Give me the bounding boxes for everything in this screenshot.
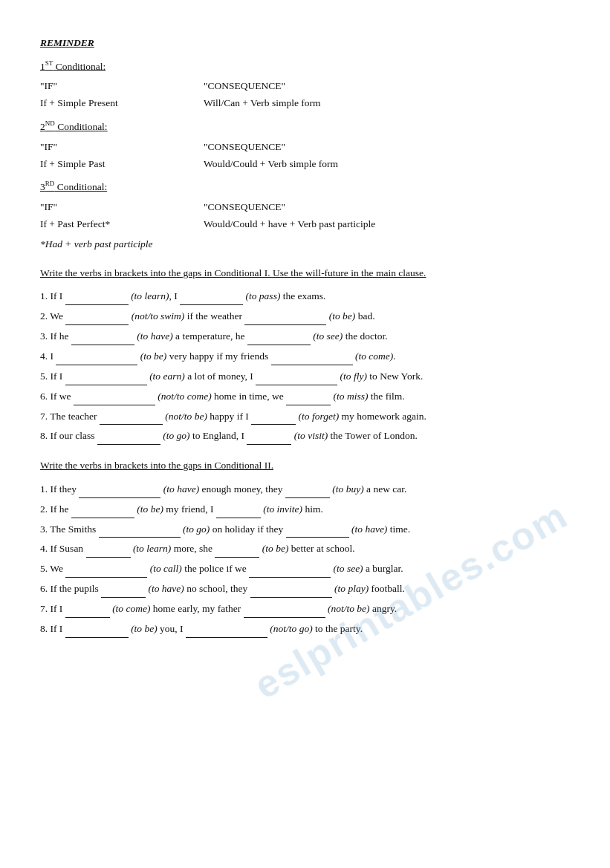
blank-field[interactable] — [286, 395, 331, 405]
sentence-text: the exams. — [280, 290, 325, 301]
item-num: 2. — [40, 503, 48, 515]
blank-field[interactable] — [180, 295, 243, 305]
sentence-text: him. — [302, 503, 323, 515]
blank-field[interactable] — [71, 335, 134, 345]
sentence-text: better at school. — [288, 543, 354, 554]
blank-field[interactable] — [79, 488, 160, 498]
verb-hint: (to miss) — [334, 391, 369, 402]
sentence-text: home in time, we — [212, 391, 286, 402]
list-item: 2. We (not/to swim) if the weather (to b… — [40, 308, 570, 325]
item-num: 3. — [40, 523, 48, 535]
verb-hint: (to invite) — [263, 503, 302, 515]
exercise1-section: Write the verbs in brackets into the gap… — [40, 266, 570, 446]
blank-field[interactable] — [65, 375, 147, 385]
blank-field[interactable] — [101, 587, 146, 598]
list-item: 4. If Susan (to learn) more, she (to be)… — [40, 541, 570, 558]
third-if-label: "IF" — [40, 200, 204, 215]
sentence-text: to England, I — [190, 430, 247, 441]
blank-field[interactable] — [100, 414, 163, 425]
verb-hint: (not/to go) — [270, 623, 312, 634]
item-num: 8. — [40, 430, 48, 441]
sentence-text: a new car. — [364, 483, 407, 495]
second-conditional-heading: 2ND Conditional: — [40, 119, 570, 134]
blank-field[interactable] — [247, 335, 311, 345]
third-consequence-desc: Would/Could + have + Verb past participl… — [204, 217, 570, 232]
verb-hint: (to go) — [183, 523, 210, 535]
verb-hint: (to have) — [163, 483, 199, 495]
list-item: 7. If I (to come) home early, my father … — [40, 601, 570, 618]
sentence-text: happy if I — [207, 411, 251, 422]
item-num: 1. — [40, 483, 48, 495]
sentence-text: If they — [51, 483, 80, 495]
blank-field[interactable] — [285, 488, 330, 498]
blank-field[interactable] — [249, 567, 331, 578]
first-if-label: "IF" — [40, 79, 204, 94]
verb-hint: (to go) — [163, 430, 189, 441]
first-conditional-heading: 1ST Conditional: — [40, 59, 570, 74]
sentence-text: angry. — [370, 603, 398, 614]
second-if-label: "IF" — [40, 140, 204, 155]
blank-field[interactable] — [216, 508, 261, 518]
sentence-text: time. — [387, 523, 410, 535]
item-num: 6. — [40, 391, 48, 402]
blank-field[interactable] — [65, 315, 129, 325]
verb-hint: (to see) — [334, 563, 363, 574]
sentence-text: the police if we — [182, 563, 249, 574]
blank-field[interactable] — [271, 355, 353, 365]
sentence-text: enough money, they — [199, 483, 285, 495]
blank-field[interactable] — [251, 414, 296, 425]
item-num: 6. — [40, 583, 48, 594]
blank-field[interactable] — [74, 395, 155, 405]
third-consequence-label: "CONSEQUENCE" — [204, 200, 570, 215]
sentence-text: very happy if my friends — [166, 350, 270, 362]
blank-field[interactable] — [186, 627, 267, 638]
verb-hint: (to be) — [137, 503, 163, 515]
sentence-text: a temperature, he — [173, 330, 247, 342]
blank-field[interactable] — [65, 607, 110, 618]
sentence-text: more, she — [171, 543, 215, 554]
verb-hint: (to earn) — [149, 371, 185, 382]
blank-field[interactable] — [65, 627, 129, 638]
blank-field[interactable] — [86, 547, 131, 558]
third-if-desc: If + Past Perfect* — [40, 217, 204, 232]
blank-field[interactable] — [56, 355, 137, 365]
sentence-text: you, I — [158, 623, 186, 634]
sentence-text: If I — [51, 603, 65, 614]
item-num: 7. — [40, 603, 48, 614]
sentence-text: the Tower of London. — [328, 430, 418, 441]
exercise1-instruction: Write the verbs in brackets into the gap… — [40, 266, 570, 281]
item-num: 7. — [40, 411, 48, 422]
blank-field[interactable] — [250, 587, 332, 598]
list-item: 7. The teacher (not/to be) happy if I (t… — [40, 408, 570, 425]
blank-field[interactable] — [215, 547, 259, 558]
third-conditional-note: *Had + verb past participle — [40, 237, 570, 252]
first-if-desc: If + Simple Present — [40, 96, 204, 111]
first-consequence-label: "CONSEQUENCE" — [204, 79, 570, 94]
verb-hint: (to call) — [150, 563, 182, 574]
second-conditional-if-row: "IF" "CONSEQUENCE" — [40, 140, 570, 155]
third-conditional-desc-row: If + Past Perfect* Would/Could + have + … — [40, 217, 570, 232]
verb-hint: (to be) — [329, 310, 356, 322]
list-item: 5. If I (to earn) a lot of money, I (to … — [40, 368, 570, 385]
sentence-text: If the pupils — [51, 583, 102, 594]
blank-field[interactable] — [244, 607, 325, 618]
verb-hint: (not/to be) — [165, 411, 207, 422]
blank-field[interactable] — [247, 434, 291, 445]
blank-field[interactable] — [244, 315, 326, 325]
sentence-text: to the party. — [313, 623, 363, 634]
item-num: 8. — [40, 623, 48, 634]
blank-field[interactable] — [71, 508, 134, 518]
verb-hint: (not/to swim) — [132, 310, 185, 322]
blank-field[interactable] — [97, 434, 160, 445]
third-conditional-heading: 3RD Conditional: — [40, 179, 570, 195]
blank-field[interactable] — [286, 527, 349, 538]
verb-hint: (not/to come) — [158, 391, 211, 402]
verb-hint: (to fly) — [340, 371, 367, 382]
blank-field[interactable] — [99, 527, 181, 538]
blank-field[interactable] — [65, 567, 147, 578]
first-consequence-desc: Will/Can + Verb simple form — [204, 96, 570, 111]
blank-field[interactable] — [65, 295, 129, 305]
blank-field[interactable] — [256, 375, 337, 385]
sentence-text: bad. — [355, 310, 374, 322]
sentence-text: If Susan — [51, 543, 86, 554]
